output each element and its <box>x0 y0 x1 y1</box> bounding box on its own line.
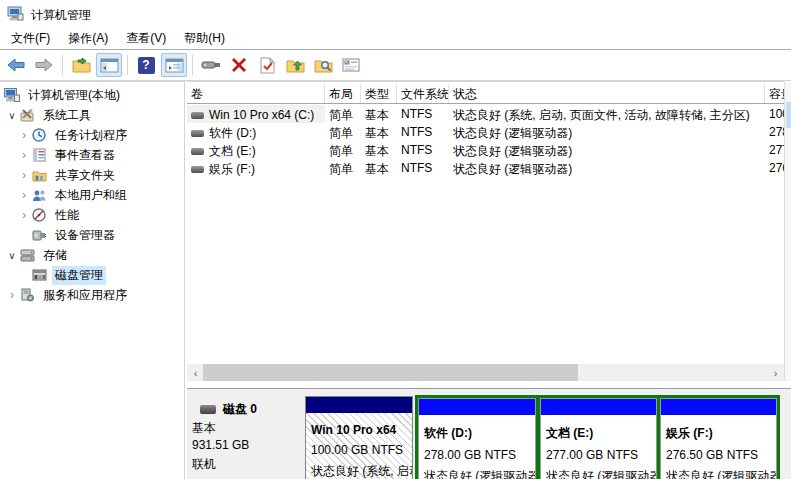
disk-view-button[interactable] <box>198 53 224 77</box>
volume-capacity: 276.50 GB <box>765 159 784 177</box>
delete-volume-button[interactable] <box>226 53 252 77</box>
show-action-pane-button[interactable] <box>161 53 187 77</box>
tree-item-device-manager[interactable]: 设备管理器 <box>0 225 184 245</box>
tree-item-label: 存储 <box>40 246 70 265</box>
back-button[interactable] <box>3 53 29 77</box>
volume-fs: NTFS <box>397 141 449 159</box>
graphical-disk-view-pane: 磁盘 0 基本 931.51 GB 联机 Win 10 Pro x64 100.… <box>187 388 791 479</box>
menu-help[interactable]: 帮助(H) <box>175 27 234 50</box>
column-header-filesystem[interactable]: 文件系统 <box>397 84 449 103</box>
show-console-tree-button[interactable] <box>96 53 122 77</box>
volume-type: 基本 <box>361 159 397 177</box>
properties-button[interactable] <box>338 53 364 77</box>
volume-type: 基本 <box>361 141 397 159</box>
disk0-info-box[interactable]: 磁盘 0 基本 931.51 GB 联机 <box>190 389 302 479</box>
tree-item-label: 设备管理器 <box>52 226 118 245</box>
action-pane-icon <box>165 58 184 73</box>
partition-size: 276.50 GB NTFS <box>661 445 776 462</box>
tree-item-storage[interactable]: ∨ 存储 <box>0 245 184 265</box>
primary-partition-color-bar <box>306 397 412 413</box>
volume-row-d[interactable]: 软件 (D:) 简单 基本 NTFS 状态良好 (逻辑驱动器) 278.00 G… <box>187 123 784 141</box>
tree-item-disk-management[interactable]: 磁盘管理 <box>0 265 184 285</box>
column-header-status[interactable]: 状态 <box>449 84 765 103</box>
chevron-down-icon[interactable]: ∨ <box>5 250 19 261</box>
window-title: 计算机管理 <box>31 7 91 24</box>
volume-row-c[interactable]: Win 10 Pro x64 (C:) 简单 基本 NTFS 状态良好 (系统,… <box>187 105 784 123</box>
menu-view[interactable]: 查看(V) <box>117 27 175 50</box>
horizontal-scrollbar[interactable]: ‹ › <box>187 364 784 381</box>
tree-item-task-scheduler[interactable]: › 任务计划程序 <box>0 125 184 145</box>
column-header-capacity[interactable]: 容量 <box>765 84 784 103</box>
tree-item-performance[interactable]: › 性能 <box>0 205 184 225</box>
disk-type: 基本 <box>192 420 216 437</box>
tree-item-label: 任务计划程序 <box>52 126 130 145</box>
task-scheduler-icon <box>31 128 47 142</box>
menu-action[interactable]: 操作(A) <box>59 27 117 50</box>
tree-item-services-and-applications[interactable]: › 服务和应用程序 <box>0 285 184 305</box>
volume-name: 文档 (E:) <box>209 143 256 160</box>
partition-d[interactable]: 软件 (D:) 278.00 GB NTFS 状态良好 (逻辑驱动器) <box>418 398 536 479</box>
event-viewer-icon <box>31 148 47 162</box>
volume-name: 娱乐 (F:) <box>209 161 255 178</box>
column-header-layout[interactable]: 布局 <box>325 84 361 103</box>
chevron-right-icon[interactable]: › <box>17 128 31 142</box>
volume-fs: NTFS <box>397 159 449 177</box>
volume-status: 状态良好 (逻辑驱动器) <box>449 159 765 177</box>
shared-folders-icon <box>31 168 47 182</box>
help-button[interactable]: ? <box>133 53 159 77</box>
tree-item-system-tools[interactable]: ∨ 系统工具 <box>0 105 184 125</box>
volume-status: 状态良好 (逻辑驱动器) <box>449 141 765 159</box>
horizontal-scrollbar-thumb[interactable] <box>203 364 578 381</box>
partition-size: 100.00 GB NTFS <box>306 440 412 457</box>
scroll-left-icon[interactable]: ‹ <box>187 364 204 381</box>
volume-row-e[interactable]: 文档 (E:) 简单 基本 NTFS 状态良好 (逻辑驱动器) 277.00 G… <box>187 141 784 159</box>
vertical-scrollbar[interactable] <box>784 82 791 381</box>
disk-size: 931.51 GB <box>192 438 249 452</box>
logical-drive-color-bar <box>541 399 656 415</box>
vertical-scrollbar-thumb[interactable] <box>786 102 791 128</box>
chevron-right-icon[interactable]: › <box>17 168 31 182</box>
volume-layout: 简单 <box>325 123 361 141</box>
chevron-right-icon[interactable]: › <box>17 208 31 222</box>
volume-fs: NTFS <box>397 123 449 141</box>
toolbar-separator <box>62 55 63 75</box>
partition-size: 277.00 GB NTFS <box>541 445 656 462</box>
back-arrow-icon <box>6 58 26 72</box>
export-list-button[interactable] <box>68 53 94 77</box>
chevron-right-icon[interactable]: › <box>5 288 19 302</box>
volume-layout: 简单 <box>325 141 361 159</box>
volume-icon <box>191 166 204 173</box>
tree-item-local-users-and-groups[interactable]: › 本地用户和组 <box>0 185 184 205</box>
storage-icon <box>19 248 35 262</box>
properties-form-icon <box>342 58 360 72</box>
tree-item-shared-folders[interactable]: › 共享文件夹 <box>0 165 184 185</box>
scroll-right-icon[interactable]: › <box>767 364 784 381</box>
check-properties-button[interactable] <box>254 53 280 77</box>
tree-item-event-viewer[interactable]: › 事件查看器 <box>0 145 184 165</box>
console-tree-icon <box>100 58 119 73</box>
chevron-right-icon[interactable]: › <box>17 188 31 202</box>
chevron-down-icon[interactable]: ∨ <box>5 110 19 121</box>
partition-f[interactable]: 娱乐 (F:) 276.50 GB NTFS 状态良好 (逻辑驱动器) <box>660 398 777 479</box>
tree-item-label: 性能 <box>52 206 82 225</box>
console-tree: 计算机管理(本地) ∨ 系统工具 › 任务计划程序 › 事件查看器 › 共享文件… <box>0 81 185 479</box>
extended-partition-box: 软件 (D:) 278.00 GB NTFS 状态良好 (逻辑驱动器) 文档 (… <box>415 395 780 479</box>
tree-item-label-selected: 磁盘管理 <box>52 266 106 285</box>
column-header-volume[interactable]: 卷 <box>187 84 325 103</box>
volume-row-f[interactable]: 娱乐 (F:) 简单 基本 NTFS 状态良好 (逻辑驱动器) 276.50 G… <box>187 159 784 177</box>
tree-item-label: 共享文件夹 <box>52 166 118 185</box>
folder-search-icon <box>314 57 333 73</box>
partition-c[interactable]: Win 10 Pro x64 100.00 GB NTFS 状态良好 (系统, … <box>305 396 413 479</box>
disk-management-icon <box>31 268 47 282</box>
chevron-right-icon[interactable]: › <box>17 148 31 162</box>
open-parent-folder-button[interactable] <box>282 53 308 77</box>
volume-layout: 简单 <box>325 159 361 177</box>
partition-status: 状态良好 (逻辑驱动器) <box>419 465 535 479</box>
tree-item-computer-management-root[interactable]: 计算机管理(本地) <box>0 85 184 105</box>
forward-button[interactable] <box>31 53 57 77</box>
menu-file[interactable]: 文件(F) <box>2 27 59 50</box>
column-header-type[interactable]: 类型 <box>361 84 397 103</box>
system-tools-icon <box>19 108 35 122</box>
partition-e[interactable]: 文档 (E:) 277.00 GB NTFS 状态良好 (逻辑驱动器) <box>540 398 657 479</box>
explore-button[interactable] <box>310 53 336 77</box>
